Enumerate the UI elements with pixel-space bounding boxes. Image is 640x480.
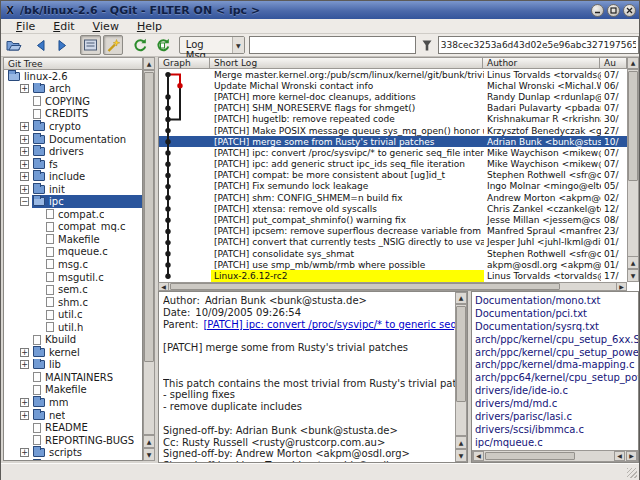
expand-plus-icon[interactable]: + <box>20 147 29 156</box>
menu-edit[interactable]: Edit <box>44 19 83 33</box>
tree-item-shm-c[interactable]: shm.c <box>4 296 142 309</box>
file-item[interactable]: arch/ppc64/kernel/cpu_setup_power4.S <box>475 372 638 385</box>
commit-row[interactable]: [PATCH] consolidate sys_shmatStephen Rot… <box>159 248 627 259</box>
tree-item-makefile[interactable]: Makefile <box>4 233 142 246</box>
maximize-button[interactable] <box>607 4 620 17</box>
column-header-short-log[interactable]: Short Log <box>210 57 483 69</box>
tree-item-mqueue-c[interactable]: mqueue.c <box>4 246 142 259</box>
tree-item-sem-c[interactable]: sem.c <box>4 283 142 296</box>
commit-row[interactable]: [PATCH] merge some from Rusty's trivial … <box>159 136 627 147</box>
details-scroll-up-button[interactable]: ▲ <box>455 292 467 304</box>
menu-help[interactable]: Help <box>128 19 171 33</box>
commit-row[interactable]: Merge master.kernel.org:/pub/scm/linux/k… <box>159 69 627 80</box>
expand-plus-icon[interactable]: + <box>20 135 29 144</box>
forward-button[interactable] <box>53 35 73 55</box>
file-item[interactable]: arch/ppc/kernel/cpu_setup_6xx.S <box>475 334 638 347</box>
file-item[interactable]: drivers/md/md.c <box>475 398 638 411</box>
column-header-author[interactable]: Author <box>483 57 600 69</box>
tree-item-net[interactable]: +net <box>4 409 142 422</box>
collapse-minus-icon[interactable]: − <box>20 197 29 206</box>
file-item[interactable]: arch/ppc/kernel/dma-mapping.c <box>475 359 638 372</box>
tree-item-util-h[interactable]: util.h <box>4 321 142 334</box>
tree-item-compat-mq-c[interactable]: compat_mq.c <box>4 221 142 234</box>
commit-scroll-right-button[interactable]: ▶ <box>616 282 627 291</box>
view-patch-toggle-button[interactable] <box>80 35 100 55</box>
menu-view[interactable]: View <box>84 19 128 33</box>
file-item[interactable]: Documentation/pci.txt <box>475 308 638 321</box>
commit-row[interactable]: Update Michal Wronski contact infoMichal… <box>159 80 627 91</box>
commit-row[interactable]: [PATCH] more kernel-doc cleanups, additi… <box>159 91 627 102</box>
menu-file[interactable]: File <box>7 19 44 33</box>
tree-item-readme[interactable]: README <box>4 421 142 434</box>
sha-input[interactable] <box>438 36 639 54</box>
tree-item-scripts[interactable]: +scripts <box>4 446 142 459</box>
tree-item-compat-c[interactable]: compat.c <box>4 208 142 221</box>
tree-item-drivers[interactable]: +drivers <box>4 145 142 158</box>
commit-row[interactable]: [PATCH] Make POSIX message queue sys_mq_… <box>159 125 627 136</box>
tree-item-reporting-bugs[interactable]: REPORTING-BUGS <box>4 434 142 447</box>
expand-plus-icon[interactable]: + <box>20 84 29 93</box>
tree-item-ipc[interactable]: −ipc <box>4 195 142 208</box>
tree-item-mm[interactable]: +mm <box>4 396 142 409</box>
tree-scrollbar-thumb[interactable] <box>144 72 154 362</box>
commit-row[interactable]: [PATCH] compat: be more consistent about… <box>159 170 627 181</box>
tree-item-util-c[interactable]: util.c <box>4 308 142 321</box>
tree-item-documentation[interactable]: +Documentation <box>4 133 142 146</box>
tree-item-makefile[interactable]: Makefile <box>4 384 142 397</box>
commit-row[interactable]: [PATCH] shm: CONFIG_SHMEM=n build fixAnd… <box>159 192 627 203</box>
expand-plus-icon[interactable]: + <box>20 448 29 457</box>
open-repository-button[interactable] <box>3 35 23 55</box>
highlight-filter-button[interactable] <box>103 35 123 55</box>
tree-item-fs[interactable]: +fs <box>4 158 142 171</box>
tree-item-msg-c[interactable]: msg.c <box>4 258 142 271</box>
tree-item-init[interactable]: +init <box>4 183 142 196</box>
tree-item-lib[interactable]: +lib <box>4 359 142 372</box>
tree-item-copying[interactable]: COPYING <box>4 95 142 108</box>
tree-item-security[interactable]: +security <box>4 459 142 461</box>
commit-row[interactable]: [PATCH] put_compat_shminfo() warning fix… <box>159 214 627 225</box>
commit-scroll-up-button-2[interactable]: ▲ <box>627 256 639 269</box>
expand-plus-icon[interactable]: + <box>20 172 29 181</box>
file-item[interactable]: ipc/mqueue.c <box>475 437 638 450</box>
files-scroll-left-button-2[interactable]: ◀ <box>614 451 625 461</box>
parent-commit-link[interactable]: [PATCH] ipc: convert /proc/sysvipc/* to … <box>203 319 455 330</box>
details-scroll-down-button[interactable]: ▼ <box>455 449 467 462</box>
commit-row[interactable]: Linux-2.6.12-rc2Linus Torvalds <torvalds… <box>159 270 627 281</box>
file-item[interactable]: Documentation/mono.txt <box>475 295 638 308</box>
files-scroll-right-button[interactable]: ▶ <box>626 451 637 461</box>
tree-item-include[interactable]: +include <box>4 170 142 183</box>
files-scroll-left-button[interactable]: ◀ <box>473 451 484 461</box>
tree-scroll-up-button-2[interactable]: ▲ <box>143 435 155 448</box>
expand-plus-icon[interactable]: + <box>20 411 29 420</box>
tree-item-kernel[interactable]: +kernel <box>4 346 142 359</box>
file-item[interactable]: arch/ppc/kernel/cpu_setup_power4.S <box>475 347 638 360</box>
commit-row[interactable]: [PATCH] ipcsem: remove superflous decrea… <box>159 226 627 237</box>
commit-row[interactable]: [PATCH] SHM_NORESERVE flags for shmget()… <box>159 103 627 114</box>
close-button[interactable] <box>623 4 636 17</box>
back-button[interactable] <box>30 35 50 55</box>
expand-plus-icon[interactable]: + <box>20 348 29 357</box>
column-header-au[interactable]: Au <box>600 57 627 69</box>
resize-grip[interactable] <box>627 468 637 478</box>
commit-row[interactable]: [PATCH] hugetlb: remove repeated codeKri… <box>159 114 627 125</box>
expand-plus-icon[interactable]: + <box>20 122 29 131</box>
tree-item-arch[interactable]: +arch <box>4 83 142 96</box>
commit-row[interactable]: [PATCH] ipc: add generic struct ipc_ids … <box>159 159 627 170</box>
commit-scroll-up-button[interactable]: ▲ <box>627 57 639 69</box>
title-bar[interactable]: X /bk/linux-2.6 - QGit - FILTER ON < ipc… <box>1 1 639 19</box>
details-scroll-up-button-2[interactable]: ▲ <box>455 436 467 449</box>
commit-scrollbar-thumb[interactable] <box>628 71 638 181</box>
minimize-button[interactable] <box>591 4 604 17</box>
commit-row[interactable]: [PATCH] Fix semundo lock leakageIngo Mol… <box>159 181 627 192</box>
commit-scroll-left-button[interactable]: ◀ <box>158 282 169 291</box>
tree-item-kbuild[interactable]: Kbuild <box>4 333 142 346</box>
search-field-combobox[interactable]: Log Msg ▼ <box>179 36 245 54</box>
tree-item-crypto[interactable]: +crypto <box>4 120 142 133</box>
tree-item-maintainers[interactable]: MAINTAINERS <box>4 371 142 384</box>
expand-plus-icon[interactable]: + <box>20 360 29 369</box>
column-header-graph[interactable]: Graph <box>158 57 210 69</box>
file-item[interactable]: drivers/ide/ide-io.c <box>475 385 638 398</box>
commit-hscrollbar-thumb[interactable] <box>170 283 560 290</box>
commit-scroll-down-button[interactable]: ▼ <box>627 269 639 282</box>
expand-plus-icon[interactable]: + <box>20 160 29 169</box>
